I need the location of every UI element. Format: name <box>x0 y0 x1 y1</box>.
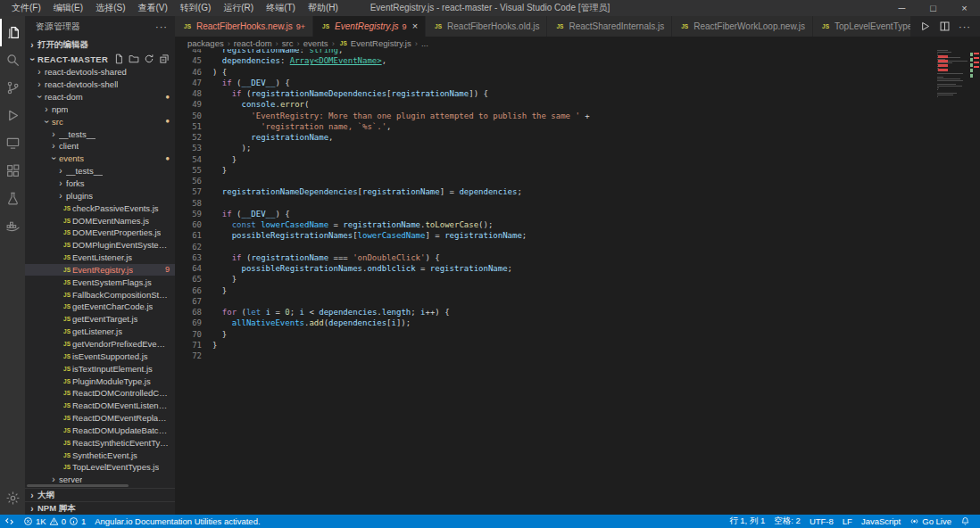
breadcrumb-item[interactable]: src <box>282 38 294 48</box>
activity-settings[interactable] <box>0 484 25 512</box>
overview-ruler[interactable] <box>972 49 980 515</box>
maximize-button[interactable]: □ <box>918 0 949 16</box>
activity-docker[interactable] <box>0 212 25 240</box>
menu-help[interactable]: 帮助(H) <box>302 0 345 16</box>
problems-status[interactable]: 1K01 <box>19 515 90 528</box>
activity-extensions[interactable] <box>0 157 25 185</box>
tree-item[interactable]: JSReactDOMEventListener.js <box>25 400 175 412</box>
tree-item[interactable]: JSTopLevelEventTypes.js <box>25 461 175 474</box>
cursor-position[interactable]: 行 1, 列 1 <box>725 515 769 528</box>
tab-5[interactable]: JSTopLevelEventTypes.js <box>813 16 910 37</box>
split-editor-button[interactable] <box>939 21 951 32</box>
tab-4[interactable]: JSReactFiberWorkLoop.new.js <box>672 16 813 37</box>
activity-run-debug[interactable] <box>0 102 25 129</box>
outline-section[interactable]: › 大纲 <box>25 488 175 501</box>
tree-item[interactable]: JScheckPassiveEvents.js <box>25 202 175 214</box>
minimap[interactable] <box>937 50 971 102</box>
tree-item[interactable]: JSEventRegistry.js9 <box>25 264 175 276</box>
tree-item[interactable]: JSEventListener.js <box>25 252 175 264</box>
root-folder-header[interactable]: › REACT-MASTER <box>25 52 175 66</box>
tree-item[interactable]: ›react-devtools-shell <box>25 78 175 91</box>
tree-item[interactable]: JSReactSyntheticEventType.js <box>25 436 175 449</box>
encoding[interactable]: UTF-8 <box>805 515 838 528</box>
activity-testing[interactable] <box>0 185 25 212</box>
collapse-all-icon[interactable] <box>159 54 170 64</box>
tree-item[interactable]: JSisTextInputElement.js <box>25 362 175 375</box>
breadcrumb-item[interactable]: packages <box>187 38 224 48</box>
remote-indicator[interactable] <box>0 515 19 528</box>
menu-selection[interactable]: 选择(S) <box>89 0 131 16</box>
tree-item[interactable]: JSgetVendorPrefixedEventName.js <box>25 338 175 351</box>
tree-item[interactable]: JSSyntheticEvent.js <box>25 449 175 461</box>
tree-item[interactable]: ›__tests__ <box>25 165 175 177</box>
tree-item[interactable]: JSReactDOMEventReplaying.js <box>25 412 175 425</box>
menu-file[interactable]: 文件(F) <box>5 0 47 16</box>
code-line: 47 if (__DEV__) { <box>175 78 930 88</box>
menu-go[interactable]: 转到(G) <box>174 0 217 16</box>
breadcrumb-item[interactable]: JSEventRegistry.js <box>338 38 411 48</box>
code-line: 60 const lowerCasedName = registrationNa… <box>175 219 930 230</box>
close-button[interactable]: × <box>949 0 980 16</box>
activity-explorer[interactable] <box>0 19 25 46</box>
new-folder-icon[interactable] <box>129 54 139 64</box>
tree-item[interactable]: ›react-dom● <box>25 91 175 103</box>
menu-view[interactable]: 查看(V) <box>131 0 173 16</box>
breadcrumb-item[interactable]: ... <box>421 38 428 48</box>
more-actions-icon[interactable]: ··· <box>155 21 168 32</box>
tab-0[interactable]: JSReactFiberHooks.new.js9+ <box>175 16 313 37</box>
language-mode[interactable]: JavaScript <box>857 515 905 528</box>
tab-2[interactable]: JSReactFiberHooks.old.js <box>426 16 547 37</box>
activity-source-control[interactable] <box>0 74 25 102</box>
tree-item[interactable]: ›client <box>25 140 175 153</box>
run-button[interactable] <box>919 21 931 32</box>
breadcrumb-item[interactable]: react-dom <box>234 38 272 48</box>
tree-item[interactable]: ›forks <box>25 177 175 190</box>
tree-item[interactable]: JSgetEventTarget.js <box>25 313 175 326</box>
menu-edit[interactable]: 编辑(E) <box>47 0 89 16</box>
tree-item[interactable]: JSPluginModuleType.js <box>25 375 175 387</box>
tree-item[interactable]: ›plugins <box>25 189 175 202</box>
go-live[interactable]: Go Live <box>905 515 956 528</box>
tree-item[interactable]: ›server <box>25 474 175 483</box>
tree-item[interactable]: JSFallbackCompositionState.js <box>25 288 175 301</box>
tree-item[interactable]: JSDOMEventProperties.js <box>25 227 175 239</box>
line-number: 49 <box>175 99 202 110</box>
code-editor[interactable]: 44 registrationName: string,45 dependenc… <box>175 49 980 515</box>
tree-item[interactable]: ›events● <box>25 153 175 165</box>
remote-icon <box>4 516 14 526</box>
close-icon[interactable]: × <box>412 21 418 31</box>
tree-item[interactable]: ›npm <box>25 103 175 116</box>
tree-item[interactable]: JSReactDOMControlledCompone... <box>25 387 175 400</box>
menu-terminal[interactable]: 终端(T) <box>260 0 302 16</box>
refresh-icon[interactable] <box>144 54 154 64</box>
activity-remote-explorer[interactable] <box>0 129 25 157</box>
tree-item[interactable]: JSDOMPluginEventSystem.js <box>25 239 175 252</box>
minimize-button[interactable]: ─ <box>886 0 918 16</box>
tree-item-label: DOMEventNames.js <box>72 216 149 226</box>
tree-item[interactable]: JSEventSystemFlags.js <box>25 276 175 288</box>
tree-item[interactable]: JSgetEventCharCode.js <box>25 301 175 313</box>
tree-item[interactable]: ›react-devtools-shared <box>25 66 175 78</box>
tab-1[interactable]: JSEventRegistry.js9× <box>313 16 426 37</box>
code-line: 61 possibleRegistrationNames[lowerCasedN… <box>175 230 930 241</box>
tree-item[interactable]: ›__tests__ <box>25 128 175 140</box>
tree-item[interactable]: ›src● <box>25 115 175 128</box>
new-file-icon[interactable] <box>113 54 124 64</box>
npm-scripts-section[interactable]: › NPM 脚本 <box>25 501 175 515</box>
notifications[interactable] <box>956 515 975 528</box>
eol[interactable]: LF <box>838 515 857 528</box>
activity-search[interactable] <box>0 46 25 74</box>
tree-item[interactable]: JSgetListener.js <box>25 326 175 338</box>
indentation[interactable]: 空格: 2 <box>769 515 805 528</box>
sidebar-scrollbar[interactable] <box>27 484 129 487</box>
tab-3[interactable]: JSReactSharedInternals.js <box>547 16 672 37</box>
ruler-error-mark <box>974 53 979 54</box>
tree-item[interactable]: JSDOMEventNames.js <box>25 214 175 227</box>
menu-run[interactable]: 运行(R) <box>217 0 260 16</box>
status-message[interactable]: Angular.io Documentation Utilities activ… <box>90 515 264 528</box>
open-editors-section[interactable]: › 打开的编辑器 <box>25 37 175 52</box>
breadcrumb-item[interactable]: events <box>303 38 328 48</box>
more-button[interactable]: ··· <box>959 21 971 32</box>
tree-item[interactable]: JSisEventSupported.js <box>25 350 175 362</box>
tree-item[interactable]: JSReactDOMUpdateBatching.js <box>25 424 175 436</box>
